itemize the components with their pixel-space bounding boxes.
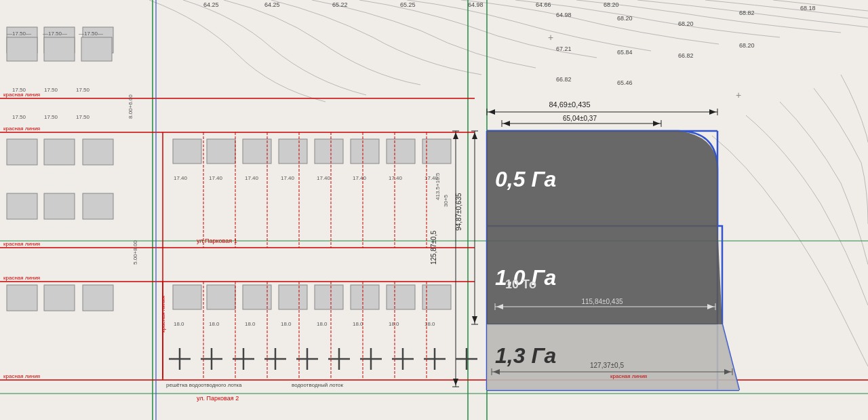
svg-text:64.98: 64.98 <box>468 1 484 8</box>
svg-text:68.20: 68.20 <box>739 42 755 49</box>
svg-text:18.0: 18.0 <box>317 321 328 327</box>
svg-text:—17.50—: —17.50— <box>7 31 31 37</box>
svg-rect-60 <box>207 139 235 164</box>
svg-marker-49 <box>472 316 477 323</box>
svg-text:84,69±0,435: 84,69±0,435 <box>549 100 590 109</box>
svg-text:65.84: 65.84 <box>617 49 633 56</box>
svg-text:красная линия: красная линия <box>610 373 647 379</box>
svg-text:413.5+10.5: 413.5+10.5 <box>435 172 441 200</box>
svg-text:красная линия: красная линия <box>3 373 40 379</box>
svg-text:красная линия: красная линия <box>3 275 40 281</box>
svg-rect-68 <box>207 285 235 309</box>
svg-text:17.40: 17.40 <box>389 175 403 181</box>
svg-text:64.25: 64.25 <box>264 1 280 8</box>
svg-marker-24 <box>709 109 716 115</box>
svg-text:+: + <box>736 90 741 100</box>
svg-text:18.0: 18.0 <box>389 321 399 327</box>
svg-rect-53 <box>7 139 37 165</box>
svg-marker-28 <box>503 121 510 126</box>
svg-marker-34 <box>707 304 714 309</box>
svg-marker-44 <box>453 379 458 385</box>
svg-text:17.40: 17.40 <box>353 175 367 181</box>
svg-rect-56 <box>7 193 37 219</box>
svg-text:18.0: 18.0 <box>174 321 184 327</box>
svg-text:17.40: 17.40 <box>174 175 188 181</box>
svg-text:—17.50—: —17.50— <box>79 31 103 37</box>
svg-text:17.50: 17.50 <box>12 87 26 93</box>
svg-text:64.25: 64.25 <box>203 1 219 8</box>
svg-text:66.82: 66.82 <box>678 52 694 59</box>
svg-text:17.40: 17.40 <box>245 175 259 181</box>
svg-text:67.21: 67.21 <box>556 45 572 52</box>
svg-rect-59 <box>173 139 201 164</box>
svg-text:94,87±0,635: 94,87±0,635 <box>455 193 462 231</box>
svg-text:10 То: 10 То <box>505 278 536 291</box>
svg-rect-51 <box>44 27 75 53</box>
svg-text:68.18: 68.18 <box>800 5 816 12</box>
svg-text:8.00+6.00: 8.00+6.00 <box>127 94 134 119</box>
svg-text:115,84±0,435: 115,84±0,435 <box>581 298 623 305</box>
svg-rect-62 <box>279 139 307 164</box>
svg-rect-64 <box>351 139 379 164</box>
svg-text:18.0: 18.0 <box>281 321 292 327</box>
svg-text:18.0: 18.0 <box>245 321 256 327</box>
svg-text:65,04±0,37: 65,04±0,37 <box>563 115 597 122</box>
svg-text:65.22: 65.22 <box>332 1 348 8</box>
svg-rect-98 <box>0 380 149 390</box>
svg-text:—17.50—: —17.50— <box>43 31 67 37</box>
svg-rect-57 <box>44 193 75 219</box>
svg-rect-74 <box>422 285 451 309</box>
svg-rect-72 <box>351 285 379 309</box>
svg-rect-54 <box>44 139 75 165</box>
svg-text:65.25: 65.25 <box>400 1 416 8</box>
svg-marker-29 <box>653 121 660 126</box>
svg-marker-48 <box>472 132 477 139</box>
svg-rect-61 <box>243 139 271 164</box>
svg-text:68.20: 68.20 <box>604 1 619 8</box>
svg-text:125,87±0,5: 125,87±0,5 <box>430 231 437 265</box>
svg-text:1,0 Га: 1,0 Га <box>495 265 556 290</box>
svg-text:красная линия: красная линия <box>160 296 166 332</box>
svg-rect-66 <box>422 139 451 164</box>
svg-text:ул. Парковая 2: ул. Парковая 2 <box>197 395 239 402</box>
svg-text:17.50: 17.50 <box>44 87 58 93</box>
map-container: 64.25 64.25 65.22 65.25 64.98 64.66 68.2… <box>0 0 868 420</box>
svg-text:68.20: 68.20 <box>617 15 633 22</box>
svg-rect-71 <box>315 285 343 309</box>
svg-rect-76 <box>44 285 75 311</box>
svg-text:красная линия: красная линия <box>3 126 40 132</box>
svg-text:17.40: 17.40 <box>317 175 331 181</box>
svg-rect-58 <box>83 193 113 219</box>
svg-marker-23 <box>488 109 495 115</box>
svg-marker-33 <box>496 304 503 309</box>
svg-rect-183 <box>7 37 37 61</box>
svg-rect-70 <box>279 285 307 309</box>
svg-marker-43 <box>453 132 458 139</box>
svg-text:5.00+8.00: 5.00+8.00 <box>132 240 138 265</box>
svg-rect-52 <box>83 27 113 53</box>
svg-text:18.0: 18.0 <box>353 321 363 327</box>
svg-text:65.46: 65.46 <box>617 79 633 86</box>
svg-text:18.0: 18.0 <box>209 321 220 327</box>
svg-text:ул.Парковая 1: ул.Парковая 1 <box>197 237 237 244</box>
svg-text:18.0: 18.0 <box>425 321 435 327</box>
svg-rect-75 <box>7 285 37 311</box>
svg-text:0,5 Га: 0,5 Га <box>495 167 556 191</box>
svg-text:17.40: 17.40 <box>281 175 295 181</box>
svg-rect-67 <box>173 285 201 309</box>
svg-text:68.20: 68.20 <box>678 20 694 27</box>
svg-rect-73 <box>387 285 415 309</box>
svg-text:+: + <box>548 32 553 43</box>
svg-text:64.98: 64.98 <box>556 12 572 18</box>
svg-text:17.40: 17.40 <box>425 175 439 181</box>
svg-text:30+5: 30+5 <box>443 194 449 207</box>
svg-rect-50 <box>7 27 37 53</box>
svg-marker-38 <box>493 369 500 375</box>
svg-text:красная линия: красная линия <box>3 92 40 98</box>
svg-text:66.82: 66.82 <box>556 76 572 83</box>
svg-rect-55 <box>83 139 113 165</box>
svg-rect-77 <box>83 285 113 311</box>
svg-rect-0 <box>0 0 868 420</box>
svg-text:17.50: 17.50 <box>44 114 58 120</box>
svg-text:водоотводный лоток: водоотводный лоток <box>292 382 344 388</box>
